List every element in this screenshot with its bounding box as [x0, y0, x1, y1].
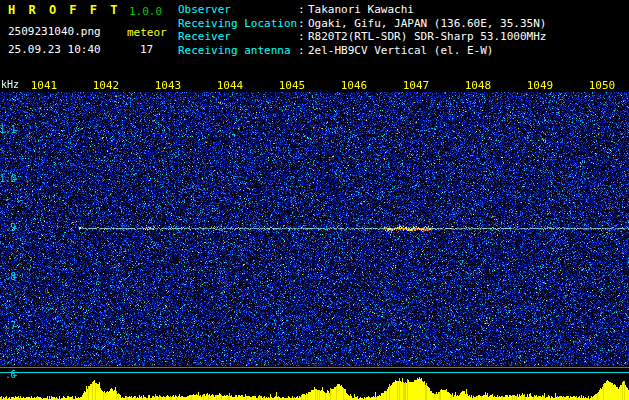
- info-label: Observer: [178, 3, 298, 17]
- time-label: 1043: [154, 79, 182, 92]
- echo-count: 17: [140, 43, 153, 56]
- freq-label: .6: [0, 369, 16, 380]
- time-label: 1050: [588, 79, 616, 92]
- info-row: Receiver : R820T2(RTL-SDR) SDR-Sharp 53.…: [178, 30, 546, 44]
- info-value: Ogaki, Gifu, JAPAN (136.60E, 35.35N): [308, 17, 546, 31]
- app-version: 1.0.0: [129, 5, 162, 18]
- info-colon: :: [298, 3, 308, 17]
- info-row: Observer : Takanori Kawachi: [178, 3, 546, 17]
- freq-label: .9: [0, 222, 16, 233]
- info-value: 2el-HB9CV Vertical (el. E-W): [308, 44, 546, 58]
- freq-label: 1.0: [0, 173, 16, 184]
- info-row: Receiving antenna : 2el-HB9CV Vertical (…: [178, 44, 546, 58]
- time-label: 1042: [92, 79, 120, 92]
- info-label: Receiving antenna: [178, 44, 298, 58]
- info-colon: :: [298, 30, 308, 44]
- datetime-label: 25.09.23 10:40: [8, 43, 101, 56]
- station-info: Observer : Takanori Kawachi Receiving Lo…: [178, 3, 546, 57]
- hrofft-window: H R O F F T 1.0.0 2509231040.png meteor …: [0, 0, 629, 400]
- time-label: 1046: [340, 79, 368, 92]
- time-label: 1044: [216, 79, 244, 92]
- info-colon: :: [298, 44, 308, 58]
- time-label: 1047: [402, 79, 430, 92]
- freq-label: .8: [0, 271, 16, 282]
- time-label: 1041: [30, 79, 58, 92]
- spectrogram-canvas: [0, 75, 629, 400]
- mode-label: meteor: [127, 26, 167, 39]
- time-label: 1049: [526, 79, 554, 92]
- output-filename: 2509231040.png: [8, 25, 101, 38]
- app-title: H R O F F T: [8, 3, 120, 17]
- info-row: Receiving Location : Ogaki, Gifu, JAPAN …: [178, 17, 546, 31]
- time-label: 1048: [464, 79, 492, 92]
- freq-unit-label: kHz: [1, 79, 19, 90]
- freq-label: 1.1: [0, 124, 16, 135]
- freq-label: .7: [0, 320, 16, 331]
- info-label: Receiver: [178, 30, 298, 44]
- info-label: Receiving Location: [178, 17, 298, 31]
- time-label: 1045: [278, 79, 306, 92]
- info-value: R820T2(RTL-SDR) SDR-Sharp 53.1000MHz: [308, 30, 546, 44]
- info-colon: :: [298, 17, 308, 31]
- info-value: Takanori Kawachi: [308, 3, 546, 17]
